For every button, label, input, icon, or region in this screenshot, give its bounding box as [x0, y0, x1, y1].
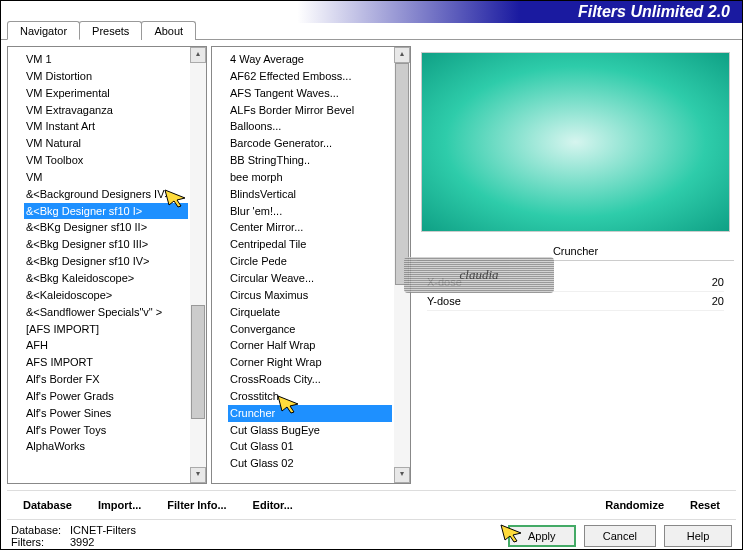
scroll-down-icon[interactable]: ▾	[394, 467, 410, 483]
list-item[interactable]: [AFS IMPORT]	[24, 321, 188, 338]
app-title: Filters Unlimited 2.0	[578, 3, 730, 21]
param-value: 20	[712, 295, 724, 307]
list-item[interactable]: Alf's Power Toys	[24, 422, 188, 439]
list-item[interactable]: VM Experimental	[24, 85, 188, 102]
list-item[interactable]: VM Natural	[24, 135, 188, 152]
list-item[interactable]: Circus Maximus	[228, 287, 392, 304]
reset-button[interactable]: Reset	[682, 495, 728, 515]
list-item[interactable]: &<Background Designers IV>	[24, 186, 188, 203]
list-item[interactable]: Circular Weave...	[228, 270, 392, 287]
status-filters-value: 3992	[70, 536, 94, 548]
list-item[interactable]: BlindsVertical	[228, 186, 392, 203]
list-item[interactable]: Blur 'em!...	[228, 203, 392, 220]
title-bar: Filters Unlimited 2.0	[1, 1, 742, 23]
list-item[interactable]: 4 Way Average	[228, 51, 392, 68]
list-item[interactable]: Center Mirror...	[228, 219, 392, 236]
database-button[interactable]: Database	[15, 495, 80, 515]
main-panel: VM 1VM DistortionVM ExperimentalVM Extra…	[1, 40, 742, 490]
list-item[interactable]: &<Bkg Designer sf10 III>	[24, 236, 188, 253]
help-button[interactable]: Help	[664, 525, 732, 547]
list-item[interactable]: VM Instant Art	[24, 118, 188, 135]
list-item[interactable]: &<Sandflower Specials"v" >	[24, 304, 188, 321]
list-item[interactable]: Crosstitch	[228, 388, 392, 405]
category-list[interactable]: VM 1VM DistortionVM ExperimentalVM Extra…	[7, 46, 207, 484]
param-label: Y-dose	[427, 295, 461, 307]
list-item[interactable]: Barcode Generator...	[228, 135, 392, 152]
list-item[interactable]: Alf's Power Sines	[24, 405, 188, 422]
scroll-up-icon[interactable]: ▴	[394, 47, 410, 63]
scrollbar[interactable]: ▴ ▾	[190, 47, 206, 483]
scroll-up-icon[interactable]: ▴	[190, 47, 206, 63]
scroll-down-icon[interactable]: ▾	[190, 467, 206, 483]
list-item[interactable]: ALFs Border Mirror Bevel	[228, 102, 392, 119]
list-item[interactable]: AF62 Effected Emboss...	[228, 68, 392, 85]
list-item[interactable]: AlphaWorks	[24, 438, 188, 455]
status-bar: Database:ICNET-Filters Filters:3992 Appl…	[1, 520, 742, 550]
list-item[interactable]: AFS IMPORT	[24, 354, 188, 371]
watermark: claudia	[404, 257, 554, 293]
list-item[interactable]: Centripedal Tile	[228, 236, 392, 253]
tab-about[interactable]: About	[141, 21, 196, 40]
tab-navigator[interactable]: Navigator	[7, 21, 80, 40]
list-item[interactable]: Cut Glass BugEye	[228, 422, 392, 439]
list-item[interactable]: &<Bkg Designer sf10 I>	[24, 203, 188, 220]
list-item[interactable]: Cirquelate	[228, 304, 392, 321]
randomize-button[interactable]: Randomize	[597, 495, 672, 515]
filter-preview	[421, 52, 730, 232]
list-item[interactable]: Cut Glass 02	[228, 455, 392, 472]
list-item[interactable]: CrossRoads City...	[228, 371, 392, 388]
import-button[interactable]: Import...	[90, 495, 149, 515]
cancel-button[interactable]: Cancel	[584, 525, 656, 547]
tab-presets[interactable]: Presets	[79, 21, 142, 40]
status-database-value: ICNET-Filters	[70, 524, 136, 536]
status-filters-label: Filters:	[11, 536, 66, 548]
list-item[interactable]: VM Toolbox	[24, 152, 188, 169]
filter-list[interactable]: 4 Way AverageAF62 Effected Emboss...AFS …	[211, 46, 411, 484]
list-item[interactable]: Cut Glass 01	[228, 438, 392, 455]
list-item[interactable]: &<Bkg Kaleidoscope>	[24, 270, 188, 287]
list-item[interactable]: &<BKg Designer sf10 II>	[24, 219, 188, 236]
editor-button[interactable]: Editor...	[245, 495, 301, 515]
list-item[interactable]: Circle Pede	[228, 253, 392, 270]
param-row[interactable]: Y-dose 20	[427, 292, 724, 311]
list-item[interactable]: VM 1	[24, 51, 188, 68]
tab-strip: Navigator Presets About	[1, 21, 742, 40]
action-row: Database Import... Filter Info... Editor…	[7, 490, 736, 520]
list-item[interactable]: Corner Right Wrap	[228, 354, 392, 371]
param-value: 20	[712, 276, 724, 288]
status-database-label: Database:	[11, 524, 66, 536]
list-item[interactable]: bee morph	[228, 169, 392, 186]
list-item[interactable]: BB StringThing..	[228, 152, 392, 169]
list-item[interactable]: Balloons...	[228, 118, 392, 135]
list-item[interactable]: AFH	[24, 337, 188, 354]
list-item[interactable]: AFS Tangent Waves...	[228, 85, 392, 102]
list-item[interactable]: &<Bkg Designer sf10 IV>	[24, 253, 188, 270]
list-item[interactable]: VM	[24, 169, 188, 186]
apply-button[interactable]: Apply	[508, 525, 576, 547]
filter-info-button[interactable]: Filter Info...	[159, 495, 234, 515]
list-item[interactable]: Corner Half Wrap	[228, 337, 392, 354]
list-item[interactable]: Alf's Power Grads	[24, 388, 188, 405]
list-item[interactable]: &<Kaleidoscope>	[24, 287, 188, 304]
list-item[interactable]: Alf's Border FX	[24, 371, 188, 388]
list-item[interactable]: Cruncher	[228, 405, 392, 422]
list-item[interactable]: Convergance	[228, 321, 392, 338]
list-item[interactable]: VM Extravaganza	[24, 102, 188, 119]
list-item[interactable]: VM Distortion	[24, 68, 188, 85]
